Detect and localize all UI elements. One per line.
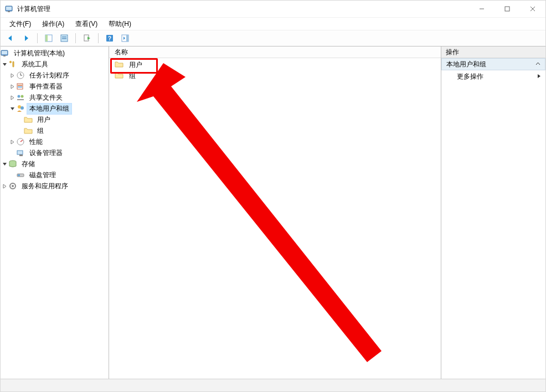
services-icon	[8, 182, 17, 190]
tree-item-label: 组	[35, 126, 46, 136]
tree-item-label: 共享文件夹	[27, 92, 65, 103]
chevron-right-icon[interactable]	[8, 140, 16, 145]
tree-item-disk-management[interactable]: 磁盘管理	[1, 169, 109, 180]
tree-item-label: 本地用户和组	[27, 104, 71, 114]
storage-icon	[8, 159, 17, 168]
tree-item-groups[interactable]: 组	[1, 125, 109, 136]
close-button[interactable]	[520, 1, 545, 17]
tools-icon	[8, 60, 17, 69]
help-button[interactable]: ?	[103, 32, 116, 45]
show-action-pane-button[interactable]	[119, 32, 132, 45]
actions-pane: 操作 本地用户和组 更多操作	[441, 47, 545, 379]
tree-item-local-users-groups[interactable]: 本地用户和组	[1, 103, 109, 114]
forward-button[interactable]	[19, 32, 33, 45]
svg-point-31	[20, 106, 24, 110]
actions-header: 操作	[441, 47, 545, 58]
svg-rect-34	[17, 151, 23, 154]
tree-item-performance[interactable]: 性能	[1, 136, 109, 147]
svg-rect-2	[8, 11, 10, 12]
tree-item-storage[interactable]: 存储	[1, 158, 109, 169]
svg-rect-10	[62, 37, 66, 38]
actions-group-label: 本地用户和组	[446, 60, 486, 69]
actions-more-label: 更多操作	[457, 72, 483, 81]
toolbar-separator	[37, 33, 38, 43]
result-pane: 名称 用户 组	[109, 47, 441, 379]
status-bar	[1, 379, 545, 391]
users-icon	[16, 104, 25, 113]
window-title: 计算机管理	[17, 4, 50, 14]
tree-item-task-scheduler[interactable]: 任务计划程序	[1, 70, 109, 81]
tree-item-label: 任务计划程序	[27, 70, 71, 81]
submenu-arrow-icon	[537, 73, 541, 80]
tree-item-shared-folders[interactable]: 共享文件夹	[1, 92, 109, 103]
menu-file[interactable]: 文件(F)	[4, 18, 37, 30]
chevron-right-icon[interactable]	[1, 184, 8, 189]
menu-action[interactable]: 操作(A)	[37, 18, 70, 30]
chevron-down-icon[interactable]	[1, 62, 8, 67]
folder-icon	[115, 72, 123, 80]
toolbar-separator	[98, 33, 99, 43]
chevron-right-icon[interactable]	[8, 95, 16, 100]
svg-rect-20	[13, 61, 14, 67]
collapse-icon	[535, 60, 540, 68]
computer-management-icon	[1, 49, 9, 58]
actions-more[interactable]: 更多操作	[441, 70, 545, 82]
list-body[interactable]: 用户 组	[109, 58, 441, 379]
chevron-down-icon[interactable]	[1, 162, 8, 167]
svg-rect-8	[45, 35, 48, 42]
tree-item-label: 计算机管理(本地)	[12, 48, 67, 59]
list-item-label: 用户	[127, 60, 145, 70]
title-bar: 计算机管理	[1, 1, 545, 18]
svg-line-33	[20, 140, 23, 142]
tree-item-users[interactable]: 用户	[1, 114, 109, 125]
svg-rect-26	[18, 86, 22, 87]
tree-item-label: 存储	[19, 159, 37, 169]
tree-item-system-tools[interactable]: 系统工具	[1, 59, 109, 70]
tree-item-label: 服务和应用程序	[19, 181, 70, 192]
chevron-right-icon[interactable]	[8, 84, 16, 89]
toolbar-separator	[75, 33, 76, 43]
chevron-down-icon[interactable]	[8, 106, 16, 111]
console-tree[interactable]: 计算机管理(本地) 系统工具 任务计划程序 事件查看器	[1, 47, 109, 379]
list-item-label: 组	[127, 71, 138, 81]
svg-rect-4	[505, 7, 509, 11]
tree-item-label: 磁盘管理	[27, 170, 58, 180]
folder-icon	[24, 126, 33, 135]
tree-item-device-manager[interactable]: 设备管理器	[1, 147, 109, 158]
folder-icon	[24, 115, 33, 124]
svg-rect-35	[19, 154, 23, 156]
tree-item-event-viewer[interactable]: 事件查看器	[1, 81, 109, 92]
tree-item-label: 系统工具	[19, 59, 50, 70]
svg-rect-38	[18, 174, 20, 176]
app-window: 计算机管理 文件(F) 操作(A) 查看(V) 帮助(H)	[0, 0, 546, 392]
properties-button[interactable]	[58, 32, 71, 45]
show-hide-tree-button[interactable]	[42, 32, 55, 45]
svg-rect-16	[126, 35, 128, 42]
tree-item-label: 用户	[35, 115, 53, 125]
svg-point-27	[18, 95, 20, 98]
list-item-users[interactable]: 用户	[109, 59, 441, 70]
toolbar: ?	[1, 30, 545, 47]
disk-icon	[16, 171, 25, 179]
svg-rect-1	[6, 7, 12, 10]
chevron-right-icon[interactable]	[8, 73, 16, 78]
back-button[interactable]	[4, 32, 17, 45]
performance-icon	[16, 137, 25, 146]
minimize-button[interactable]	[469, 1, 495, 17]
export-button[interactable]	[80, 32, 94, 45]
svg-point-28	[21, 95, 24, 98]
menu-view[interactable]: 查看(V)	[70, 18, 103, 30]
svg-point-40	[12, 185, 14, 187]
list-item-groups[interactable]: 组	[109, 70, 441, 81]
svg-rect-18	[2, 51, 7, 54]
column-header-name[interactable]: 名称	[109, 47, 441, 58]
svg-text:?: ?	[108, 35, 111, 42]
tree-item-services-apps[interactable]: 服务和应用程序	[1, 180, 109, 192]
svg-rect-11	[62, 38, 66, 39]
svg-rect-25	[18, 85, 22, 86]
svg-rect-29	[17, 99, 24, 100]
tree-root[interactable]: 计算机管理(本地)	[1, 48, 109, 59]
maximize-button[interactable]	[495, 1, 520, 17]
menu-help[interactable]: 帮助(H)	[103, 18, 137, 30]
actions-group-header[interactable]: 本地用户和组	[441, 58, 545, 70]
